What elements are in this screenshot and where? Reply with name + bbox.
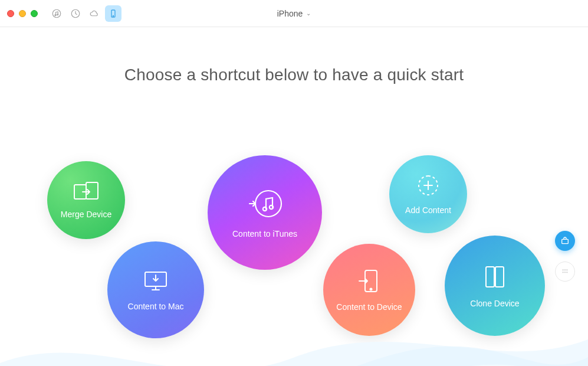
chevron-down-icon: ⌄: [306, 10, 311, 17]
shortcut-label: Content to iTunes: [232, 229, 297, 238]
svg-point-21: [564, 272, 566, 273]
to-device-icon: [358, 268, 380, 296]
itunes-icon: [247, 187, 282, 223]
svg-point-18: [564, 269, 566, 270]
clone-device-shortcut[interactable]: Clone Device: [445, 236, 545, 336]
mac-icon: [142, 269, 170, 296]
icloud-tab[interactable]: [86, 5, 103, 22]
close-window-button[interactable]: [7, 10, 14, 17]
shortcut-label: Clone Device: [470, 299, 519, 308]
backup-tab[interactable]: [67, 5, 84, 22]
shortcut-label: Add Content: [405, 205, 451, 215]
page-heading: Choose a shortcut below to have a quick …: [0, 66, 588, 84]
svg-point-22: [566, 272, 567, 273]
shortcut-label: Merge Device: [61, 210, 111, 219]
svg-rect-16: [562, 239, 569, 243]
app-window: iPhone ⌄ Choose a shortcut below to have…: [0, 0, 588, 366]
shortcut-bubbles: Merge Device Content to iTunes: [0, 84, 588, 356]
clone-device-icon: [481, 263, 508, 293]
title-bar: iPhone ⌄: [0, 0, 588, 27]
side-float-buttons: [555, 231, 575, 282]
content-to-mac-shortcut[interactable]: Content to Mac: [107, 241, 204, 338]
svg-rect-14: [486, 267, 494, 287]
minimize-window-button[interactable]: [19, 10, 26, 17]
add-content-shortcut[interactable]: Add Content: [389, 155, 467, 233]
svg-point-19: [566, 269, 567, 270]
itunes-tab[interactable]: [48, 5, 65, 22]
svg-point-8: [255, 191, 281, 217]
device-selector-label: iPhone: [277, 9, 303, 18]
zoom-window-button[interactable]: [31, 10, 38, 17]
add-content-icon: [416, 174, 440, 200]
svg-point-9: [263, 207, 267, 211]
svg-point-10: [270, 205, 273, 209]
shortcut-label: Content to Device: [336, 302, 402, 312]
grid-view-button[interactable]: [555, 262, 575, 282]
svg-point-20: [563, 272, 564, 273]
content-to-device-shortcut[interactable]: Content to Device: [323, 244, 415, 336]
merge-device-shortcut[interactable]: Merge Device: [47, 161, 125, 239]
svg-point-13: [370, 289, 372, 290]
merge-device-icon: [73, 181, 99, 204]
content-to-itunes-shortcut[interactable]: Content to iTunes: [208, 155, 322, 270]
main-content: Choose a shortcut below to have a quick …: [0, 66, 588, 366]
window-controls: [7, 10, 38, 17]
svg-point-5: [113, 15, 113, 16]
shortcut-label: Content to Mac: [128, 302, 184, 311]
source-tabs: [48, 5, 121, 22]
svg-point-0: [52, 9, 61, 18]
svg-rect-15: [495, 267, 504, 287]
device-selector[interactable]: iPhone ⌄: [277, 9, 311, 18]
device-tab[interactable]: [105, 5, 121, 22]
toolkit-button[interactable]: [555, 231, 575, 251]
svg-point-17: [563, 269, 564, 270]
svg-point-2: [57, 14, 58, 15]
